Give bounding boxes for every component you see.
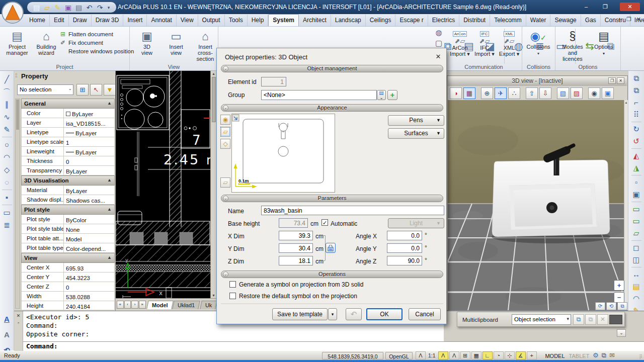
resize-grip[interactable]: ⡿ — [639, 354, 642, 359]
measure-tool[interactable]: ▤ — [630, 281, 642, 293]
maximize-button[interactable]: ❐ — [598, 3, 613, 11]
monitor-icon[interactable]: ▢ — [433, 39, 445, 47]
collapse-arrow-icon[interactable]: ▲ — [107, 255, 112, 262]
panel-grip[interactable]: ⁞⁞ — [15, 73, 17, 78]
status-model[interactable]: MODEL — [543, 352, 567, 359]
collapse-arrow-icon[interactable]: ▲ — [107, 101, 112, 108]
ribbon-tab-architect[interactable]: Architect — [299, 15, 331, 26]
drawing-viewport[interactable]: 7 2.45 m 2 h — [116, 71, 216, 298]
property-value[interactable]: ByLayer — [64, 128, 114, 137]
scale-ratio[interactable]: 1:1 — [427, 351, 437, 359]
modules-and-licences-button[interactable]: §Modulesand licences — [557, 29, 588, 62]
section-tool[interactable]: ◫ — [630, 254, 642, 266]
select-group-tool[interactable]: ▫ — [630, 176, 642, 189]
lwt-icon[interactable]: + — [527, 351, 537, 359]
property-value[interactable]: Color-depend... — [64, 243, 114, 252]
ribbon-tab-tools[interactable]: Tools — [225, 15, 248, 26]
copy-multiple-tool[interactable]: ⧉ — [630, 84, 642, 97]
ribbon-tab-ceilings[interactable]: Ceilings — [366, 15, 396, 26]
plot-style-icon[interactable]: ✎ — [53, 3, 62, 12]
status-tablet[interactable]: TABLET — [568, 352, 591, 359]
hatch-tool[interactable]: ≣ — [1, 219, 13, 231]
ortho-icon[interactable]: ∟ — [482, 351, 493, 359]
mirror-3d-tool[interactable]: ◮ — [630, 162, 642, 174]
undo-icon[interactable]: ↶ — [85, 3, 94, 12]
polar-icon[interactable]: ◔ — [494, 351, 504, 359]
command-grip[interactable]: ✕ ▫ — [14, 311, 23, 351]
box-tool[interactable]: ◻ — [630, 242, 642, 254]
library-icon[interactable]: ▱ — [220, 177, 230, 188]
ok-button[interactable]: OK — [366, 308, 403, 320]
terrain-view-icon[interactable]: ▧ — [557, 87, 569, 99]
solid-tool[interactable]: ▱ — [630, 227, 642, 239]
view3d-close-button[interactable]: ✕ — [617, 77, 624, 84]
save-to-template-button[interactable]: Save to template — [272, 308, 328, 320]
flatten-document-button[interactable]: ⊞Flatten document — [59, 30, 134, 38]
status-renderer[interactable]: OpenGL — [385, 352, 413, 359]
property-section-general[interactable]: General▲ — [21, 99, 115, 109]
qat-more-icon[interactable]: ▾ — [106, 3, 111, 12]
drawing-scrollbar[interactable]: ▲▼ — [210, 71, 216, 298]
terrain-edit-icon[interactable]: ▨ — [571, 87, 583, 99]
clear-button[interactable]: ✕ — [597, 314, 608, 325]
storey-down-icon[interactable]: ⇩ — [539, 87, 551, 99]
ribbon-tab-home[interactable]: Home — [25, 15, 50, 26]
property-value[interactable]: ByLayer — [64, 147, 114, 156]
camera-icon[interactable]: ◉ — [588, 87, 600, 99]
open-symbol-icon[interactable]: ▱ — [220, 127, 230, 137]
layout-nav-2[interactable]: › — [131, 301, 138, 309]
add-group-button[interactable]: + — [387, 90, 397, 100]
ribbon-tab-edit[interactable]: Edit — [50, 15, 69, 26]
ucs-icon[interactable]: Λ — [416, 351, 426, 359]
property-value[interactable]: Shadows cas... — [64, 195, 114, 204]
property-value[interactable]: ByColor — [64, 215, 114, 224]
fix-document-button[interactable]: ✐Fix document — [59, 38, 134, 47]
ribbon-tab-draw-3d[interactable]: Draw 3D — [92, 15, 124, 26]
layout-tab-uk[interactable]: Uk — [200, 301, 217, 309]
command-input[interactable]: Command: — [23, 341, 644, 351]
layout-nav-0[interactable]: « — [117, 301, 124, 309]
deselect-button[interactable]: ↖ — [90, 84, 102, 96]
zoom-out-button[interactable]: − — [614, 292, 624, 303]
section-operations[interactable]: ⌄ Operations — [221, 270, 443, 278]
property-value[interactable]: ByLayer — [64, 166, 114, 175]
insert-cross-section-button[interactable]: ⌂Insertcross-section — [191, 29, 219, 62]
paste-button[interactable]: ⧉ — [585, 314, 596, 325]
cancel-button[interactable]: Cancel — [409, 308, 441, 320]
view3d-scrollbar[interactable]: ▲▼ — [624, 100, 628, 310]
doc-minimize-button[interactable]: – — [618, 16, 621, 23]
view3d-restore-button[interactable]: ❐ — [608, 77, 616, 84]
minimize-button[interactable]: – — [579, 3, 594, 11]
save-as-icon[interactable]: ▤ — [74, 3, 83, 12]
group-field[interactable]: <None> — [261, 90, 377, 100]
building-wizard-button[interactable]: ⌂Buildingwizard — [32, 29, 60, 56]
angle-y-field[interactable]: 0.0 — [387, 243, 422, 253]
grid-icon[interactable]: ▦ — [471, 351, 481, 359]
selection-combo[interactable]: No selection ⌄ — [17, 84, 73, 95]
ribbon-tab-view[interactable]: View — [177, 15, 198, 26]
walk-icon[interactable]: ∴ — [508, 87, 520, 99]
section-appearance[interactable]: ⌄ Appearance — [221, 104, 443, 112]
object-3d-icon[interactable]: ◇ — [220, 139, 230, 149]
dock-scroll-chevron[interactable]: ⌄ — [617, 329, 626, 337]
y-dim-field[interactable]: 30.4 — [279, 243, 313, 253]
property-value[interactable]: ByLayer — [64, 109, 114, 118]
line-tool[interactable]: ╱ — [1, 73, 13, 85]
color-swatch[interactable] — [609, 315, 622, 324]
property-value[interactable]: 538.0288 — [64, 292, 114, 301]
ribbon-tab-landscap[interactable]: Landscap — [331, 15, 366, 26]
walls-visibility-icon[interactable]: ▦ — [463, 87, 475, 99]
layout-tab-model[interactable]: Model — [146, 301, 173, 309]
windows-icon[interactable]: ⧉ — [602, 351, 606, 359]
redo-icon[interactable]: ↷ — [96, 3, 104, 12]
orbit-down-icon[interactable]: ⟳ — [595, 302, 605, 310]
project-manager-button[interactable]: ▤Projectmanager — [3, 29, 31, 56]
region-box-tool[interactable]: ▭ — [630, 215, 642, 227]
collapse-arrow-icon[interactable]: ▲ — [107, 207, 112, 214]
select-add-button[interactable]: ⊞ — [76, 84, 89, 96]
name-field[interactable]: 83wash_basin — [261, 206, 444, 215]
join-tool[interactable]: ⌐ — [630, 97, 642, 109]
arc-3point-tool[interactable]: ◠ — [1, 151, 13, 163]
property-value[interactable]: None — [64, 224, 114, 233]
layout-tab-układ1[interactable]: Układ1 — [172, 301, 200, 309]
